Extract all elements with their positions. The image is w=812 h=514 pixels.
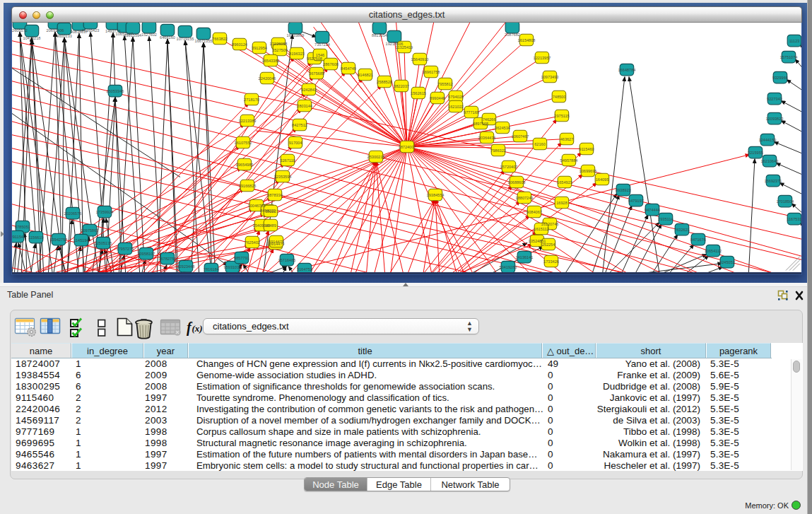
- svg-text:2935114: 2935114: [658, 217, 673, 221]
- svg-text:11123: 11123: [789, 39, 800, 43]
- svg-text:3822037: 3822037: [394, 84, 409, 88]
- svg-text:15720407: 15720407: [500, 165, 518, 169]
- svg-text:252254: 252254: [542, 243, 555, 247]
- svg-text:16033809: 16033809: [287, 33, 305, 37]
- svg-text:10654112: 10654112: [705, 249, 722, 253]
- svg-text:12213389: 12213389: [239, 119, 257, 123]
- svg-text:16648784: 16648784: [618, 68, 636, 72]
- svg-text:8990448: 8990448: [430, 96, 445, 100]
- svg-text:2975115: 2975115: [554, 114, 569, 118]
- svg-text:19166825: 19166825: [239, 184, 257, 188]
- svg-text:16154808: 16154808: [518, 38, 536, 42]
- svg-text:2605572: 2605572: [12, 28, 28, 33]
- svg-text:10719155: 10719155: [177, 37, 194, 41]
- svg-text:(x): (x): [192, 323, 203, 334]
- svg-text:7357224: 7357224: [314, 42, 330, 47]
- svg-text:20691406: 20691406: [47, 28, 64, 33]
- svg-text:10975867: 10975867: [81, 228, 99, 233]
- svg-text:3267110: 3267110: [280, 158, 295, 163]
- svg-text:6897568: 6897568: [473, 122, 488, 126]
- svg-text:9777169: 9777169: [464, 110, 479, 115]
- svg-text:3215955: 3215955: [748, 151, 763, 155]
- svg-text:9245052: 9245052: [719, 260, 735, 264]
- svg-text:20364436: 20364436: [478, 136, 496, 140]
- svg-text:2803144: 2803144: [297, 104, 312, 108]
- svg-text:10688609: 10688609: [508, 180, 526, 185]
- svg-text:164095: 164095: [596, 177, 609, 182]
- svg-text:3624534: 3624534: [495, 126, 510, 130]
- svg-text:3164752: 3164752: [297, 267, 312, 271]
- svg-text:9084067: 9084067: [526, 210, 542, 214]
- svg-text:8454749: 8454749: [341, 66, 356, 71]
- svg-text:12923448: 12923448: [177, 264, 195, 269]
- svg-text:8427512: 8427512: [292, 123, 307, 127]
- svg-text:16210643: 16210643: [761, 159, 779, 163]
- svg-text:1615112: 1615112: [534, 227, 548, 231]
- svg-text:917004: 917004: [289, 141, 302, 145]
- svg-text:16107552: 16107552: [235, 141, 252, 145]
- svg-text:17018504: 17018504: [777, 199, 794, 204]
- svg-text:9329966: 9329966: [772, 76, 788, 80]
- svg-text:11615594: 11615594: [124, 33, 141, 37]
- svg-text:9242843: 9242843: [301, 88, 317, 92]
- svg-text:54957884: 54957884: [560, 158, 578, 163]
- svg-text:25300215: 25300215: [367, 155, 385, 159]
- svg-text:7816184: 7816184: [204, 267, 219, 271]
- svg-text:13226058: 13226058: [270, 42, 288, 46]
- svg-text:6466160: 6466160: [160, 35, 175, 40]
- svg-text:16120746: 16120746: [541, 222, 559, 226]
- svg-text:8813054: 8813054: [372, 33, 387, 37]
- svg-text:10433218: 10433218: [23, 36, 41, 40]
- svg-text:53419283: 53419283: [500, 265, 517, 269]
- svg-text:19384554: 19384554: [427, 193, 445, 197]
- svg-text:1546: 1546: [316, 53, 324, 57]
- svg-text:10489: 10489: [265, 223, 276, 228]
- svg-text:16671355: 16671355: [195, 39, 213, 43]
- svg-text:16543382: 16543382: [262, 59, 280, 63]
- svg-text:16782759: 16782759: [159, 257, 177, 261]
- svg-text:6794028: 6794028: [448, 95, 464, 99]
- svg-text:17359924: 17359924: [96, 210, 114, 214]
- svg-text:6914479: 6914479: [269, 240, 284, 244]
- svg-text:16961758: 16961758: [423, 70, 440, 74]
- svg-text:10973493: 10973493: [541, 75, 559, 79]
- svg-text:6479197: 6479197: [628, 199, 644, 203]
- svg-text:3527509: 3527509: [272, 48, 288, 52]
- svg-text:746266: 746266: [483, 117, 496, 122]
- svg-text:3878334: 3878334: [267, 193, 283, 197]
- svg-text:15716485: 15716485: [278, 258, 296, 262]
- svg-text:1654923: 1654923: [557, 180, 572, 185]
- svg-text:9227343: 9227343: [767, 97, 782, 101]
- svg-text:58222: 58222: [265, 209, 276, 214]
- svg-text:7625402: 7625402: [245, 240, 260, 245]
- svg-text:9600133: 9600133: [57, 34, 72, 38]
- svg-text:3675685: 3675685: [309, 71, 324, 76]
- svg-text:19654985: 19654985: [236, 163, 254, 167]
- svg-text:13942757: 13942757: [50, 238, 68, 242]
- svg-text:22420046: 22420046: [259, 76, 276, 81]
- svg-text:8938923: 8938923: [616, 188, 631, 192]
- svg-text:3912954: 3912954: [252, 46, 267, 50]
- svg-text:8471676: 8471676: [690, 238, 706, 242]
- svg-text:1167531: 1167531: [787, 217, 801, 221]
- svg-text:15692371: 15692371: [765, 179, 782, 183]
- svg-text:1145194: 1145194: [73, 238, 88, 243]
- svg-text:17957275: 17957275: [117, 247, 134, 251]
- svg-text:9474444: 9474444: [645, 208, 660, 212]
- svg-text:748500: 748500: [553, 95, 566, 99]
- svg-text:40265423: 40265423: [82, 28, 100, 33]
- svg-text:10046788: 10046788: [248, 204, 266, 208]
- svg-text:2718170: 2718170: [244, 98, 259, 102]
- svg-text:2588520: 2588520: [377, 80, 392, 84]
- svg-text:10699695: 10699695: [579, 169, 597, 173]
- svg-text:1156619: 1156619: [28, 235, 43, 240]
- svg-text:16928: 16928: [556, 201, 567, 205]
- svg-text:20206576: 20206576: [64, 211, 82, 216]
- svg-text:10958107: 10958107: [138, 252, 155, 256]
- svg-text:1527602: 1527602: [141, 33, 157, 37]
- svg-text:8785051: 8785051: [15, 225, 30, 229]
- svg-text:14136141: 14136141: [516, 255, 534, 259]
- svg-text:18807249: 18807249: [516, 196, 534, 200]
- svg-text:2087682: 2087682: [505, 33, 520, 37]
- svg-text:15751074: 15751074: [780, 55, 798, 59]
